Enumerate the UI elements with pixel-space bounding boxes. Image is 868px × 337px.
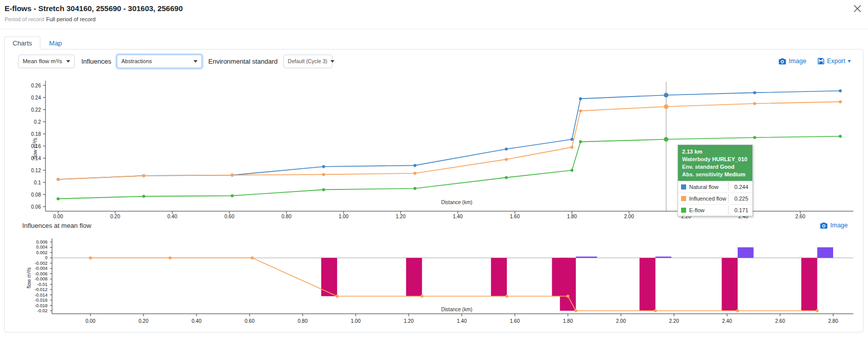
svg-text:-0.004: -0.004 bbox=[34, 266, 47, 271]
svg-text:0.26: 0.26 bbox=[31, 83, 41, 88]
tooltip-row-influenced: Influenced flow 0.225 bbox=[678, 192, 752, 204]
svg-text:1.20: 1.20 bbox=[396, 214, 406, 219]
svg-text:0.004: 0.004 bbox=[36, 245, 47, 250]
svg-text:-0.018: -0.018 bbox=[34, 303, 47, 308]
influences-image-button[interactable]: Image bbox=[820, 222, 848, 229]
tab-map[interactable]: Map bbox=[40, 36, 70, 50]
influences-bar-chart[interactable]: 0.0060.0040.0020-0.002-0.004-0.006-0.008… bbox=[5, 231, 863, 331]
svg-text:0.20: 0.20 bbox=[110, 214, 120, 219]
eflow-swatch bbox=[681, 208, 686, 213]
svg-text:0.60: 0.60 bbox=[224, 214, 234, 219]
svg-text:0.24: 0.24 bbox=[31, 95, 41, 101]
svg-text:0.18: 0.18 bbox=[31, 131, 41, 137]
tooltip-row-eflow: E-flow 0.171 bbox=[678, 204, 752, 216]
image-button[interactable]: Image bbox=[779, 58, 806, 65]
svg-text:-0.012: -0.012 bbox=[34, 287, 47, 292]
influences-section-header: Influences at mean flow Image bbox=[5, 219, 863, 231]
tooltip-env-standard-value: Good bbox=[720, 164, 735, 170]
chevron-down-icon bbox=[848, 60, 851, 63]
chart-toolbar: Mean flow m³/s Influences Abstractions E… bbox=[5, 50, 863, 73]
svg-text:0.006: 0.006 bbox=[36, 239, 47, 245]
tooltip-abs-sensitivity-label: Abs. sensitivity bbox=[682, 171, 723, 177]
influences-section-title: Influences at mean flow bbox=[22, 222, 91, 229]
svg-text:0.80: 0.80 bbox=[298, 318, 308, 324]
eflow-label: E-flow bbox=[689, 207, 728, 213]
svg-text:2.60: 2.60 bbox=[775, 318, 785, 324]
svg-text:0.08: 0.08 bbox=[31, 192, 41, 198]
eflow-value: 0.171 bbox=[728, 206, 749, 214]
influences-label: Influences bbox=[81, 58, 111, 65]
svg-text:2.80: 2.80 bbox=[828, 318, 838, 324]
svg-text:-0.008: -0.008 bbox=[34, 276, 47, 281]
period-value: Full period of record bbox=[46, 16, 95, 22]
influences-select[interactable]: Abstractions bbox=[117, 55, 202, 68]
image-button-label: Image bbox=[789, 58, 806, 65]
svg-text:-0.006: -0.006 bbox=[34, 271, 47, 276]
svg-text:1.20: 1.20 bbox=[404, 318, 414, 324]
tab-bar: Charts Map bbox=[4, 35, 71, 50]
eflows-page: { "header": { "title": "E-flows - Stretc… bbox=[0, 0, 868, 337]
tooltip-distance: 2.13 km bbox=[682, 148, 748, 156]
influenced-flow-value: 0.225 bbox=[728, 195, 749, 203]
tooltip-waterbody-label: Waterbody bbox=[682, 156, 710, 162]
period-of-record: Period of recordFull period of record bbox=[5, 16, 95, 22]
svg-text:2.20: 2.20 bbox=[669, 318, 679, 324]
close-icon-glyph bbox=[853, 4, 862, 13]
environmental-standard-select[interactable]: Default (Cycle 3) bbox=[283, 55, 332, 68]
svg-text:1.00: 1.00 bbox=[351, 318, 361, 324]
svg-text:0.002: 0.002 bbox=[36, 250, 47, 255]
tooltip-env-standard-label: Env. standard bbox=[682, 164, 718, 170]
period-label: Period of record bbox=[5, 16, 44, 22]
chevron-down-icon bbox=[194, 60, 198, 63]
svg-text:flow m³/s: flow m³/s bbox=[26, 267, 32, 288]
svg-text:1.40: 1.40 bbox=[453, 214, 463, 219]
svg-text:1.40: 1.40 bbox=[457, 318, 467, 324]
tooltip-waterbody-value: HURLEY_010 bbox=[712, 156, 748, 162]
flow-line-chart[interactable]: 0.260.240.220.20.180.160.140.120.10.080.… bbox=[5, 73, 863, 219]
svg-text:Distance (km): Distance (km) bbox=[441, 307, 472, 312]
influences-bar-chart-svg[interactable]: 0.0060.0040.0020-0.002-0.004-0.006-0.008… bbox=[5, 231, 863, 331]
svg-text:0.80: 0.80 bbox=[281, 214, 292, 219]
svg-text:0.1: 0.1 bbox=[34, 180, 41, 185]
svg-text:0.40: 0.40 bbox=[191, 318, 202, 324]
svg-text:0.40: 0.40 bbox=[167, 214, 177, 219]
toolbar-actions: Image Export bbox=[779, 58, 851, 65]
tab-charts[interactable]: Charts bbox=[4, 36, 40, 50]
environmental-standard-value: Default (Cycle 3) bbox=[288, 58, 327, 64]
export-button[interactable]: Export bbox=[817, 58, 851, 65]
svg-text:-0.01: -0.01 bbox=[37, 282, 47, 287]
svg-text:0.00: 0.00 bbox=[85, 318, 95, 324]
charts-panel: Mean flow m³/s Influences Abstractions E… bbox=[4, 49, 863, 332]
svg-text:Distance (km): Distance (km) bbox=[441, 200, 472, 205]
export-button-label: Export bbox=[827, 58, 845, 65]
svg-text:0.20: 0.20 bbox=[138, 318, 149, 324]
svg-text:2.60: 2.60 bbox=[795, 214, 805, 219]
environmental-standard-label: Environmental standard bbox=[208, 58, 277, 65]
header-divider bbox=[0, 29, 868, 29]
svg-text:-0.014: -0.014 bbox=[34, 293, 47, 298]
svg-text:0.2: 0.2 bbox=[34, 119, 41, 125]
natural-flow-swatch bbox=[681, 184, 686, 189]
chart-tooltip: 2.13 km Waterbody HURLEY_010 Env. standa… bbox=[678, 145, 753, 216]
svg-text:-0.016: -0.016 bbox=[34, 298, 47, 303]
svg-text:2.00: 2.00 bbox=[616, 318, 626, 324]
close-icon[interactable] bbox=[853, 4, 862, 13]
svg-text:flow m³/s: flow m³/s bbox=[32, 138, 38, 159]
svg-text:0.22: 0.22 bbox=[31, 107, 41, 113]
camera-icon bbox=[820, 222, 828, 229]
svg-text:1.60: 1.60 bbox=[510, 214, 520, 219]
influenced-flow-swatch bbox=[681, 196, 686, 201]
influences-image-button-label: Image bbox=[830, 222, 848, 229]
tooltip-row-natural: Natural flow 0.244 bbox=[678, 181, 752, 192]
influences-value: Abstractions bbox=[121, 58, 152, 64]
svg-text:2.40: 2.40 bbox=[722, 318, 732, 324]
svg-text:0: 0 bbox=[45, 255, 47, 260]
save-icon bbox=[817, 58, 825, 65]
svg-text:0.60: 0.60 bbox=[245, 318, 255, 324]
natural-flow-value: 0.244 bbox=[728, 183, 749, 191]
flow-statistic-value: Mean flow m³/s bbox=[23, 58, 62, 64]
camera-icon bbox=[779, 58, 786, 65]
svg-text:0.06: 0.06 bbox=[31, 204, 41, 210]
flow-statistic-select[interactable]: Mean flow m³/s bbox=[18, 55, 75, 68]
svg-text:-0.002: -0.002 bbox=[34, 261, 47, 266]
